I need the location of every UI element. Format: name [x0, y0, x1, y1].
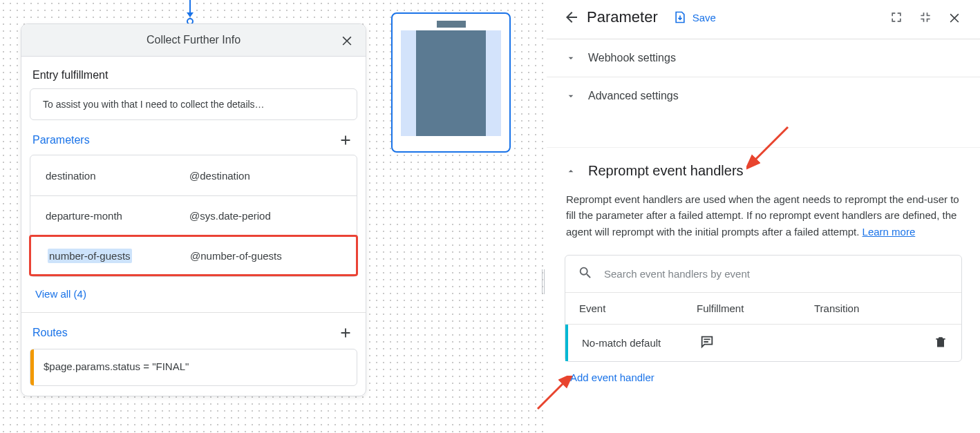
col-fulfillment: Fulfillment: [697, 302, 814, 314]
advanced-settings-row[interactable]: Advanced settings: [547, 77, 980, 115]
parameter-entity: @sys.date-period: [189, 210, 357, 222]
route-condition: $page.params.status = "FINAL": [34, 349, 198, 385]
add-route-button[interactable]: [337, 324, 355, 342]
save-label: Save: [692, 12, 716, 23]
parameter-row[interactable]: departure-month @sys.date-period: [30, 195, 357, 235]
parameter-entity: @destination: [189, 170, 357, 182]
close-icon: [948, 10, 961, 24]
save-button[interactable]: Save: [673, 10, 716, 24]
entry-fulfillment-text: To assist you with that I need to collec…: [43, 99, 265, 110]
flow-canvas[interactable]: Collect Further Info Entry fulfillment T…: [0, 0, 546, 433]
event-name: No-match default: [582, 337, 699, 349]
delete-handler-button[interactable]: [934, 335, 948, 351]
search-icon: [578, 265, 593, 282]
panel-title: Parameter: [587, 8, 658, 26]
connector: [183, 0, 197, 23]
reprompt-section-header[interactable]: Reprompt event handlers: [547, 148, 980, 182]
parameter-name: departure-month: [30, 210, 189, 222]
reprompt-title: Reprompt event handlers: [588, 163, 744, 179]
back-button[interactable]: [560, 6, 583, 28]
reprompt-description: Reprompt event handlers are used when th…: [547, 182, 980, 242]
add-event-handler-link[interactable]: Add event handler: [570, 372, 654, 383]
webhook-settings-row[interactable]: Webhook settings: [547, 39, 980, 77]
page-card: Collect Further Info Entry fulfillment T…: [21, 23, 366, 396]
minimap[interactable]: [391, 12, 511, 153]
close-page-button[interactable]: [338, 31, 356, 49]
event-handler-search-input[interactable]: [604, 268, 949, 280]
minimap-tab: [437, 21, 466, 28]
parameter-name: destination: [30, 170, 189, 182]
route-row[interactable]: $page.params.status = "FINAL": [30, 349, 357, 386]
save-icon: [673, 10, 687, 24]
entry-fulfillment-box[interactable]: To assist you with that I need to collec…: [30, 88, 357, 120]
split-handle[interactable]: [542, 269, 543, 294]
chat-icon: [699, 334, 715, 352]
page-title: Collect Further Info: [147, 34, 241, 46]
arrow-left-icon: [563, 9, 580, 26]
parameter-entity: @number-of-guests: [190, 250, 356, 262]
row-accent: [565, 325, 568, 361]
chevron-down-icon: [565, 52, 577, 64]
table-header-row: Event Fulfillment Transition: [565, 292, 961, 324]
view-all-link[interactable]: View all (4): [35, 288, 86, 300]
plus-icon: [338, 133, 353, 148]
fullscreen-button[interactable]: [885, 6, 908, 29]
parameters-header[interactable]: Parameters: [32, 134, 90, 146]
event-handlers-table: Event Fulfillment Transition No-match de…: [565, 255, 962, 362]
fullscreen-exit-icon: [918, 10, 932, 24]
parameter-row-selected[interactable]: number-of-guests @number-of-guests: [29, 235, 358, 276]
add-parameter-button[interactable]: [337, 131, 355, 149]
panel-header: Parameter Save: [547, 0, 980, 39]
col-transition: Transition: [814, 302, 948, 314]
col-event: Event: [579, 302, 697, 314]
page-card-header: Collect Further Info: [21, 24, 366, 57]
routes-header[interactable]: Routes: [32, 327, 68, 339]
fullscreen-exit-button[interactable]: [914, 6, 937, 29]
advanced-settings-label: Advanced settings: [588, 90, 679, 102]
event-handler-search-row: [565, 256, 961, 292]
learn-more-link[interactable]: Learn more: [863, 226, 916, 238]
trash-icon: [934, 335, 948, 349]
plus-icon: [338, 325, 353, 340]
close-panel-button[interactable]: [943, 6, 966, 29]
parameter-row[interactable]: destination @destination: [30, 155, 357, 195]
section-gap: [547, 115, 980, 148]
side-panel: Parameter Save Webhook settings Advanced…: [546, 0, 980, 433]
event-handler-row[interactable]: No-match default: [565, 324, 961, 361]
minimap-node: [416, 30, 486, 136]
chevron-down-icon: [565, 90, 577, 102]
webhook-settings-label: Webhook settings: [588, 52, 676, 64]
entry-fulfillment-label: Entry fulfillment: [30, 59, 357, 88]
fullscreen-icon: [889, 10, 903, 24]
parameters-table: destination @destination departure-month…: [30, 155, 357, 277]
parameter-name: number-of-guests: [48, 249, 132, 263]
chevron-up-icon: [565, 165, 577, 177]
close-icon: [340, 33, 354, 47]
